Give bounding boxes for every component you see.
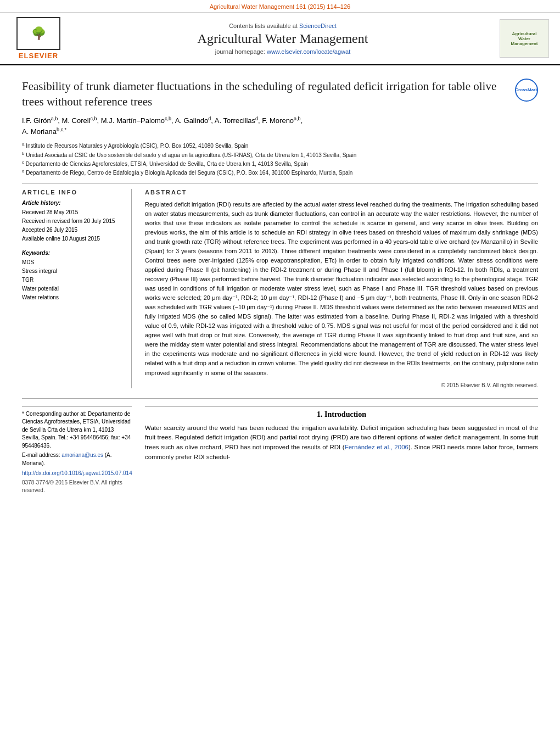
abstract-column: ABSTRACT Regulated deficit irrigation (R… xyxy=(145,189,538,388)
article-title-area: Feasibility of trunk diameter fluctuatio… xyxy=(22,79,538,110)
copyright-line: © 2015 Elsevier B.V. All rights reserved… xyxy=(145,382,538,388)
doi-line: http://dx.doi.org/10.1016/j.agwat.2015.0… xyxy=(22,470,132,478)
journal-homepage: journal homepage: www.elsevier.com/locat… xyxy=(77,48,489,55)
science-direct-link[interactable]: ScienceDirect xyxy=(299,23,337,29)
contents-line: Contents lists available at ScienceDirec… xyxy=(77,23,489,29)
issn-line: 0378-3774/© 2015 Elsevier B.V. All right… xyxy=(22,479,132,495)
author-galindo: A. Galindod xyxy=(175,116,211,125)
doi-link[interactable]: http://dx.doi.org/10.1016/j.agwat.2015.0… xyxy=(22,470,132,476)
page-container: Agricultural Water Management 161 (2015)… xyxy=(0,0,560,742)
keyword-mds: MDS xyxy=(22,258,124,267)
homepage-label: journal homepage: xyxy=(215,48,265,55)
affiliations: a Instituto de Recursos Naturales y Agro… xyxy=(22,141,538,177)
affiliation-d: d Departamento de Riego, Centro de Edafo… xyxy=(22,168,538,177)
history-label: Article history: xyxy=(22,200,124,206)
contents-text: Contents lists available at xyxy=(229,23,298,29)
affiliation-a: a Instituto de Recursos Naturales y Agro… xyxy=(22,141,538,150)
introduction-body: 1. Introduction Water scarcity around th… xyxy=(145,406,538,495)
date-revised: Received in revised form 20 July 2015 xyxy=(22,217,124,226)
crossmark-badge[interactable]: CrossMark xyxy=(515,79,538,102)
author-torrecillas: A. Torrecillasd xyxy=(215,116,258,125)
date-received: Received 28 May 2015 xyxy=(22,208,124,217)
elsevier-tree-icon: 🌳 xyxy=(31,27,46,40)
keyword-stress: Stress integral xyxy=(22,267,124,276)
keyword-water-potential: Water potential xyxy=(22,284,124,293)
intro-right-content: 1. Introduction Water scarcity around th… xyxy=(145,406,538,462)
fernandez-link[interactable]: Fernández et al., 2006 xyxy=(345,444,408,450)
two-column-layout: ARTICLE INFO Article history: Received 2… xyxy=(22,183,538,388)
keywords-section: Keywords: MDS Stress integral TGR Water … xyxy=(22,250,124,302)
keywords-label: Keywords: xyxy=(22,250,124,256)
elsevier-label: ELSEVIER xyxy=(19,52,58,60)
journal-bar: Agricultural Water Management 161 (2015)… xyxy=(0,0,560,13)
article-content: Feasibility of trunk diameter fluctuatio… xyxy=(0,65,560,504)
article-title: Feasibility of trunk diameter fluctuatio… xyxy=(22,79,509,110)
date-online: Available online 10 August 2015 xyxy=(22,235,124,243)
author-moriana: A. Morianab,c,* xyxy=(22,127,66,136)
author-martin: M.J. Martín–Palomoc,b xyxy=(101,116,171,125)
footnote-column: * Corresponding author at: Departamento … xyxy=(22,406,132,495)
elsevier-logo-box: 🌳 xyxy=(16,17,60,50)
article-history: Article history: Received 28 May 2015 Re… xyxy=(22,200,124,243)
intro-body-text: Water scarcity around the world has been… xyxy=(145,423,538,462)
authors-line: I.F. Giróna,b, M. Corellc,b, M.J. Martín… xyxy=(22,115,538,137)
keyword-tgr: TGR xyxy=(22,276,124,284)
journal-reference: Agricultural Water Management 161 (2015)… xyxy=(210,3,350,10)
header-area: 🌳 ELSEVIER Contents lists available at S… xyxy=(0,13,560,65)
email-label: E-mail address: xyxy=(22,452,60,458)
header-center: Contents lists available at ScienceDirec… xyxy=(66,23,500,55)
keyword-water-relations: Water relations xyxy=(22,293,124,302)
abstract-text: Regulated deficit irrigation (RDI) resul… xyxy=(145,200,538,378)
affiliation-c: c Departamento de Ciencias Agroforestale… xyxy=(22,159,538,168)
journal-title-main: Agricultural Water Management xyxy=(77,31,489,46)
author-corell: M. Corellc,b xyxy=(62,116,97,125)
abstract-title: ABSTRACT xyxy=(145,189,538,196)
homepage-url[interactable]: www.elsevier.com/locate/agwat xyxy=(267,48,350,55)
section-divider xyxy=(22,398,538,399)
email-link[interactable]: amoriana@us.es xyxy=(61,452,105,458)
email-line: E-mail address: amoriana@us.es (A. Moria… xyxy=(22,451,132,467)
date-accepted: Accepted 26 July 2015 xyxy=(22,226,124,235)
corresponding-author-note: * Corresponding author at: Departamento … xyxy=(22,410,132,450)
author-moreno: F. Morenoa,b xyxy=(262,116,300,125)
introduction-section: * Corresponding author at: Departamento … xyxy=(22,406,538,495)
article-info-title: ARTICLE INFO xyxy=(22,189,124,196)
author-girón: I.F. Giróna,b xyxy=(22,116,58,125)
intro-section-title: 1. Introduction xyxy=(145,410,538,419)
affiliation-b: b Unidad Asociada al CSIC de Uso sosteni… xyxy=(22,150,538,159)
elsevier-logo: 🌳 ELSEVIER xyxy=(11,17,66,60)
journal-logo-image: Agricultural Water Management xyxy=(500,19,549,58)
article-info-column: ARTICLE INFO Article history: Received 2… xyxy=(22,189,132,388)
